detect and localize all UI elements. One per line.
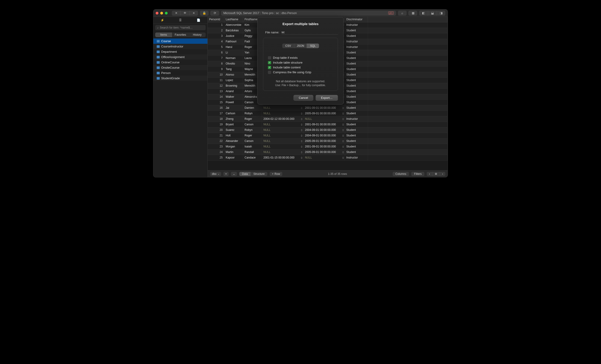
database-icon[interactable]: 🗄 xyxy=(178,19,183,22)
stepper-icon[interactable] xyxy=(300,139,303,143)
cell[interactable]: 6 xyxy=(208,50,224,55)
stepper-icon[interactable] xyxy=(300,133,303,138)
stepper-icon[interactable] xyxy=(300,117,303,121)
file-name-input[interactable] xyxy=(282,30,338,35)
cell[interactable]: 14 xyxy=(208,94,224,100)
close-window-button[interactable] xyxy=(156,12,159,14)
add-button[interactable]: + xyxy=(223,172,229,176)
table-item-courseinstructor[interactable]: CourseInstructor xyxy=(153,44,208,49)
cell[interactable]: Student xyxy=(345,56,368,61)
table-row[interactable]: 16JaiDamienNULL2001-09-01 00:00:00.000St… xyxy=(208,105,448,111)
opt-drop-table[interactable]: Drop table if exists xyxy=(268,56,333,60)
table-row[interactable]: 23MorganIsaiahNULL2001-09-01 00:00:00.00… xyxy=(208,144,448,150)
cell[interactable]: NULL xyxy=(262,144,303,149)
sql-icon[interactable]: 📄 xyxy=(196,19,201,22)
filters-button[interactable]: Filters xyxy=(411,172,424,176)
cell[interactable]: Student xyxy=(345,78,368,83)
cell[interactable]: Student xyxy=(345,28,368,33)
cell[interactable]: Lopez xyxy=(224,78,243,83)
schema-select[interactable]: dbo xyxy=(210,172,221,176)
cell[interactable]: Browning xyxy=(224,83,243,89)
cell[interactable]: 2001-09-01 00:00:00.000 xyxy=(303,144,345,149)
stepper-icon[interactable] xyxy=(300,111,303,116)
cell[interactable]: 17 xyxy=(208,111,224,116)
table-row[interactable]: 25KapoorCandace2001-01-15 00:00:00.000NU… xyxy=(208,155,448,161)
stepper-icon[interactable] xyxy=(342,155,344,160)
stepper-icon[interactable] xyxy=(342,139,344,143)
view-structure[interactable]: Structure xyxy=(250,172,267,176)
search-button[interactable]: ⌕ xyxy=(398,10,407,16)
grid-button[interactable]: ▦ xyxy=(409,10,417,16)
cell[interactable]: Alexander xyxy=(224,139,243,144)
cell[interactable]: 11 xyxy=(208,78,224,83)
cell[interactable]: 2004-09-01 00:00:00.000 xyxy=(303,133,345,138)
cell[interactable]: Olivotto xyxy=(224,61,243,66)
cell[interactable]: 2005-09-01 00:00:00.000 xyxy=(303,111,345,116)
cell[interactable]: 19 xyxy=(208,122,224,127)
cell[interactable]: Student xyxy=(345,72,368,77)
stepper-icon[interactable] xyxy=(300,150,303,154)
cell[interactable]: 24 xyxy=(208,150,224,155)
column-header[interactable]: Discriminator xyxy=(345,17,368,22)
sidebar-tab-favorites[interactable]: Favorites xyxy=(172,32,189,37)
cell[interactable]: Bryant xyxy=(224,122,243,127)
column-header[interactable] xyxy=(368,17,448,22)
cell[interactable]: NULL xyxy=(262,127,303,133)
cell[interactable]: 2004-02-12 00:00:00.000 xyxy=(262,116,303,122)
cell[interactable]: Martin xyxy=(224,150,243,155)
cell[interactable]: Student xyxy=(345,94,368,100)
cell[interactable]: Anand xyxy=(224,89,243,94)
view-data[interactable]: Data xyxy=(239,172,250,176)
stepper-icon[interactable] xyxy=(342,128,344,132)
cell[interactable]: 9 xyxy=(208,67,224,72)
table-item-person[interactable]: Person xyxy=(153,70,208,76)
cell[interactable]: 22 xyxy=(208,139,224,144)
cell[interactable]: Justice xyxy=(224,33,243,39)
cell[interactable]: Carson xyxy=(243,122,262,127)
stepper-icon[interactable] xyxy=(342,111,344,116)
stepper-icon[interactable] xyxy=(300,106,303,110)
stop-button[interactable]: ✕ xyxy=(172,10,180,16)
cell[interactable]: 25 xyxy=(208,155,224,160)
cell[interactable]: 5 xyxy=(208,44,224,50)
cell[interactable]: Instructor xyxy=(345,116,368,122)
cell[interactable]: 2005-09-01 00:00:00.000 xyxy=(303,139,345,144)
table-item-course[interactable]: Course xyxy=(153,39,208,44)
cell[interactable]: 3 xyxy=(208,33,224,39)
stepper-icon[interactable] xyxy=(342,117,344,121)
sidebar-search[interactable]: Search for item: ^name$… xyxy=(155,25,206,30)
cell[interactable]: Student xyxy=(345,50,368,55)
cell[interactable]: Student xyxy=(345,100,368,105)
cell[interactable]: Randall xyxy=(243,150,262,155)
table-item-officeassignment[interactable]: OfficeAssignment xyxy=(153,54,208,60)
format-sql[interactable]: SQL xyxy=(307,43,319,48)
cell[interactable]: Student xyxy=(345,144,368,149)
cell[interactable]: 2005-09-01 00:00:00.000 xyxy=(303,150,345,155)
cell[interactable]: Harui xyxy=(224,44,243,50)
cell[interactable]: 21 xyxy=(208,133,224,138)
cell[interactable]: 2004-09-01 00:00:00.000 xyxy=(303,127,345,133)
cell[interactable]: Holt xyxy=(224,133,243,138)
cell[interactable]: 2001-01-15 00:00:00.000 xyxy=(262,155,303,160)
cell[interactable]: NULL xyxy=(262,111,303,116)
cell[interactable]: Candace xyxy=(243,155,262,160)
left-pane-button[interactable]: ◧ xyxy=(419,10,428,16)
cell[interactable]: 12 xyxy=(208,83,224,89)
table-row[interactable]: 21HoltRogerNULL2004-09-01 00:00:00.000St… xyxy=(208,133,448,139)
cell[interactable]: Instructor xyxy=(345,39,368,44)
cell[interactable]: Student xyxy=(345,150,368,155)
preview-button[interactable]: 👁 xyxy=(180,10,189,16)
cell[interactable]: 2001-09-01 00:00:00.000 xyxy=(303,105,345,111)
cell[interactable]: Instructor xyxy=(345,44,368,50)
stepper-icon[interactable] xyxy=(342,122,344,127)
cell[interactable]: Isaiah xyxy=(243,144,262,149)
cell[interactable]: Student xyxy=(345,122,368,127)
cell[interactable]: 16 xyxy=(208,105,224,111)
cell[interactable]: NULL xyxy=(262,105,303,111)
cell[interactable]: NULL xyxy=(303,116,345,122)
cell[interactable]: Robyn xyxy=(243,127,262,133)
cell[interactable]: Student xyxy=(345,127,368,133)
stepper-icon[interactable] xyxy=(300,144,303,149)
cell[interactable]: NULL xyxy=(262,122,303,127)
zoom-window-button[interactable] xyxy=(165,12,168,14)
